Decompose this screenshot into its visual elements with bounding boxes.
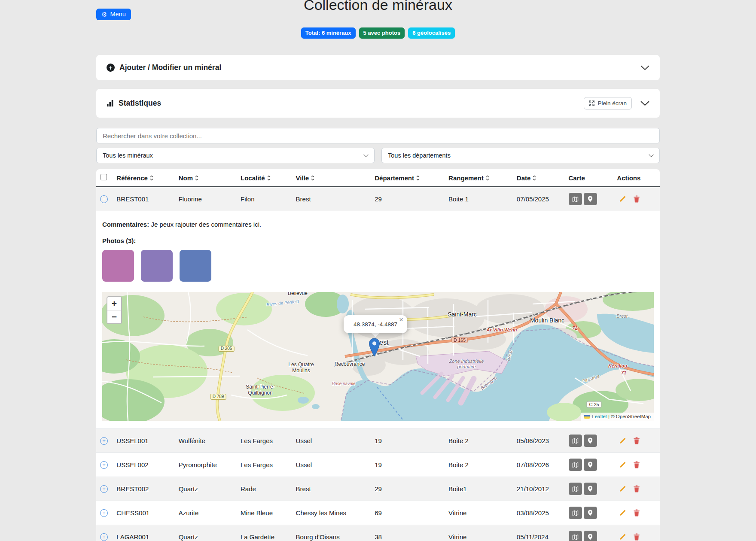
sort-date-header[interactable]: Date [517,174,562,182]
show-pin-button[interactable] [584,435,597,447]
statistics-panel: Statistiques Plein écran [96,89,660,118]
popup-close-button[interactable]: × [399,316,403,324]
delete-button[interactable] [634,485,640,492]
show-on-map-button[interactable] [569,193,582,205]
main-container: Collection de minéraux ⚙ Menu Total: 6 m… [96,0,660,541]
fullscreen-button[interactable]: Plein écran [584,97,632,109]
map-zoom-control: + − [107,296,122,324]
show-on-map-button[interactable] [569,459,582,471]
select-all-checkbox[interactable] [101,174,107,180]
collapse-row-toggle[interactable]: − [100,195,108,203]
cell-localite: Mine Bleue [237,501,293,525]
sort-icon [533,175,536,181]
map-icon [572,438,579,444]
show-pin-button[interactable] [584,483,597,495]
cell-departement: 29 [371,187,445,211]
leaflet-map[interactable]: BellevueRives de PenfeldSaint-MarcMoulin… [102,292,654,421]
edit-button[interactable] [619,509,626,517]
zoom-in-button[interactable]: + [107,297,121,310]
page-title: Collection de minéraux [96,0,660,13]
cell-reference: LAGAR001 [113,525,175,541]
sort-icon [416,175,420,181]
cell-rangement: Boite 1 [445,187,513,211]
table-row-BREST001: −BREST001FluorineFilonBrest29Boite 107/0… [96,187,660,211]
cell-reference: CHESS001 [113,501,175,525]
sort-reference-header[interactable]: Référence [116,174,171,182]
cell-nom: Pyromorphite [175,453,237,477]
show-pin-button[interactable] [584,507,597,519]
map-marker-icon[interactable] [369,338,380,357]
cell-nom: Quartz [175,477,237,501]
sort-ville-header[interactable]: Ville [296,174,368,182]
show-on-map-button[interactable] [569,483,582,495]
attribution-separator: | © [607,414,616,419]
statistics-panel-chevron-icon[interactable] [640,101,649,106]
geolocated-badge: 6 géolocalisés [408,27,455,39]
sort-icon [195,175,198,181]
sort-localite-header[interactable]: Localité [241,174,289,182]
sort-rangement-header[interactable]: Rangement [448,174,510,182]
menu-button[interactable]: ⚙ Menu [96,9,131,20]
cell-ville: Ussel [293,429,372,453]
add-panel-chevron-icon[interactable] [640,65,649,70]
cell-localite: Les Farges [237,429,293,453]
delete-button[interactable] [634,461,640,468]
department-filter-select[interactable]: Tous les départements [381,148,660,163]
cell-rangement: Boite 2 [445,453,513,477]
plus-circle-icon: + [107,64,115,72]
cell-departement: 38 [371,525,445,541]
cell-departement: 19 [371,453,445,477]
edit-button[interactable] [619,461,626,468]
edit-button[interactable] [619,195,626,203]
cell-date: 05/06/2023 [513,429,565,453]
cell-nom: Fluorine [175,187,237,211]
delete-button[interactable] [634,195,640,203]
show-pin-button[interactable] [584,531,597,541]
photo-thumbnail-3[interactable] [180,250,211,282]
leaflet-link[interactable]: Leaflet [592,414,607,419]
zoom-out-button[interactable]: − [107,310,121,323]
map-attribution: Leaflet | © OpenStreetMap [581,413,654,421]
cell-departement: 29 [371,477,445,501]
cell-rangement: Vitrine [445,501,513,525]
show-pin-button[interactable] [584,459,597,471]
show-on-map-button[interactable] [569,507,582,519]
edit-button[interactable] [619,437,626,444]
cell-departement: 19 [371,429,445,453]
photo-thumbnail-2[interactable] [141,250,173,282]
delete-button[interactable] [634,509,640,517]
delete-button[interactable] [634,533,640,541]
expand-row-toggle[interactable]: + [100,461,108,469]
map-icon [572,534,579,540]
expand-row-toggle[interactable]: + [100,485,108,493]
sort-nom-header[interactable]: Nom [179,174,234,182]
cell-ville: Brest [293,477,372,501]
add-mineral-panel: + Ajouter / Modifier un minéral [96,55,660,80]
show-on-map-button[interactable] [569,435,582,447]
expand-row-toggle[interactable]: + [100,533,108,541]
mineral-filter-wrap: Tous les minéraux [96,148,375,163]
pencil-icon [619,195,626,203]
map-icon [572,196,579,202]
menu-button-label: Menu [110,11,125,18]
expanded-detail-row: Commentaires: Je peux rajouter des comme… [96,211,660,429]
edit-button[interactable] [619,485,626,492]
show-pin-button[interactable] [584,193,597,205]
edit-button[interactable] [619,533,626,541]
mineral-filter-select[interactable]: Tous les minéraux [96,148,375,163]
trash-icon [634,195,640,203]
sort-icon [486,175,489,181]
statistics-panel-title: Statistiques [119,99,161,108]
delete-button[interactable] [634,437,640,444]
openstreetmap-link[interactable]: OpenStreetMap [616,414,651,419]
comments-label: Commentaires: [102,221,149,228]
cell-reference: BREST001 [113,187,175,211]
search-input[interactable] [96,128,660,143]
show-on-map-button[interactable] [569,531,582,541]
photo-thumbnail-1[interactable] [102,250,134,282]
trash-icon [634,485,640,492]
expand-row-toggle[interactable]: + [100,509,108,517]
sort-departement-header[interactable]: Département [375,174,442,182]
map-icon [572,510,579,516]
expand-row-toggle[interactable]: + [100,437,108,445]
